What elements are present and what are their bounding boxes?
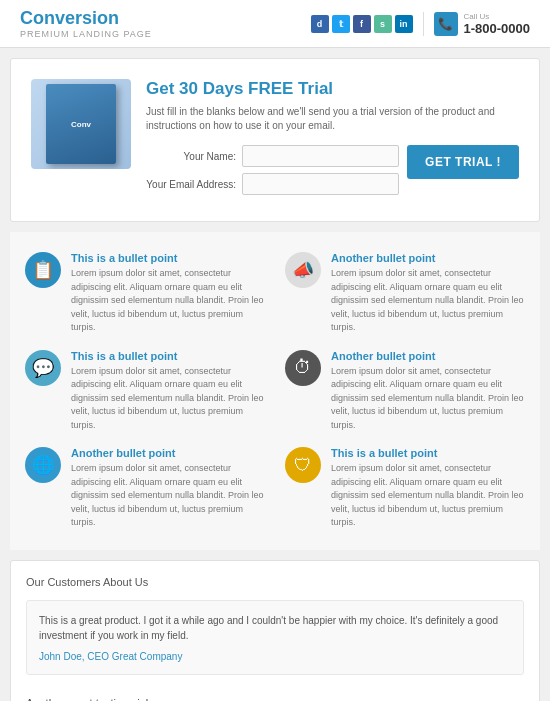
bullet-item-6: 🛡 This is a bullet point Lorem ipsum dol… [285,447,525,530]
trial-form: Your Name: Your Email Address: GET TRIAL… [146,145,519,201]
testimonial-2-text: Another great testimonial. [26,695,524,702]
bullet-title-1: This is a bullet point [71,252,265,264]
bullet-icon-1: 📋 [25,252,61,288]
name-row: Your Name: [146,145,399,167]
bullet-body-3: Lorem ipsum dolor sit amet, consectetur … [71,365,265,433]
bullet-body-2: Lorem ipsum dolor sit amet, consectetur … [331,267,525,335]
bullets-grid: 📋 This is a bullet point Lorem ipsum dol… [25,252,525,530]
hero-title: Get 30 Days FREE Trial [146,79,519,99]
logo-title: Conversion [20,8,152,29]
logo-subtitle: PREMIUM LANDING PAGE [20,29,152,39]
bullet-icon-5: 🌐 [25,447,61,483]
social-icon-facebook[interactable]: f [353,15,371,33]
bullet-item-1: 📋 This is a bullet point Lorem ipsum dol… [25,252,265,335]
header: Conversion PREMIUM LANDING PAGE d 𝕥 f s … [0,0,550,48]
testimonial-1-text: This is a great product. I got it a whil… [39,613,511,643]
email-label: Your Email Address: [146,179,236,190]
testimonial-2: Another great testimonial. Author, CEO G… [26,685,524,702]
call-label: Call Us [464,12,531,21]
social-icon-delicious[interactable]: d [311,15,329,33]
testimonial-1: This is a great product. I got it a whil… [26,600,524,675]
testimonials-section: Our Customers About Us This is a great p… [10,560,540,702]
bullet-body-5: Lorem ipsum dolor sit amet, consectetur … [71,462,265,530]
form-fields: Your Name: Your Email Address: [146,145,399,201]
product-box [46,84,116,164]
bullet-text-5: Another bullet point Lorem ipsum dolor s… [71,447,265,530]
bullet-icon-6: 🛡 [285,447,321,483]
bullet-item-5: 🌐 Another bullet point Lorem ipsum dolor… [25,447,265,530]
bullet-icon-4: ⏱ [285,350,321,386]
bullet-body-1: Lorem ipsum dolor sit amet, consectetur … [71,267,265,335]
testimonials-title: Our Customers About Us [26,576,524,588]
trial-button[interactable]: GET TRIAL ! [407,145,519,179]
product-image [31,79,131,169]
bullet-title-6: This is a bullet point [331,447,525,459]
social-icon-twitter[interactable]: 𝕥 [332,15,350,33]
bullet-title-4: Another bullet point [331,350,525,362]
bullet-icon-3: 💬 [25,350,61,386]
call-number: 1-800-0000 [464,21,531,36]
bullet-title-5: Another bullet point [71,447,265,459]
bullets-section: 📋 This is a bullet point Lorem ipsum dol… [10,232,540,550]
email-row: Your Email Address: [146,173,399,195]
bullet-text-3: This is a bullet point Lorem ipsum dolor… [71,350,265,433]
bullet-item-3: 💬 This is a bullet point Lorem ipsum dol… [25,350,265,433]
social-icon-linkedin[interactable]: in [395,15,413,33]
bullet-icon-2: 📣 [285,252,321,288]
bullet-title-2: Another bullet point [331,252,525,264]
bullet-body-6: Lorem ipsum dolor sit amet, consectetur … [331,462,525,530]
call-text: Call Us 1-800-0000 [464,12,531,36]
hero-content: Get 30 Days FREE Trial Just fill in the … [146,79,519,201]
email-input[interactable] [242,173,399,195]
name-input[interactable] [242,145,399,167]
hero-section: Get 30 Days FREE Trial Just fill in the … [10,58,540,222]
social-icon-share[interactable]: s [374,15,392,33]
bullet-text-6: This is a bullet point Lorem ipsum dolor… [331,447,525,530]
bullet-item-2: 📣 Another bullet point Lorem ipsum dolor… [285,252,525,335]
call-area: 📞 Call Us 1-800-0000 [423,12,531,36]
header-right: d 𝕥 f s in 📞 Call Us 1-800-0000 [311,12,531,36]
phone-icon: 📞 [434,12,458,36]
social-icons: d 𝕥 f s in [311,15,413,33]
hero-description: Just fill in the blanks below and we'll … [146,105,519,133]
bullet-title-3: This is a bullet point [71,350,265,362]
testimonial-1-author: John Doe, CEO Great Company [39,651,511,662]
bullet-text-2: Another bullet point Lorem ipsum dolor s… [331,252,525,335]
bullet-item-4: ⏱ Another bullet point Lorem ipsum dolor… [285,350,525,433]
bullet-text-1: This is a bullet point Lorem ipsum dolor… [71,252,265,335]
name-label: Your Name: [146,151,236,162]
bullet-text-4: Another bullet point Lorem ipsum dolor s… [331,350,525,433]
bullet-body-4: Lorem ipsum dolor sit amet, consectetur … [331,365,525,433]
logo-area: Conversion PREMIUM LANDING PAGE [20,8,152,39]
